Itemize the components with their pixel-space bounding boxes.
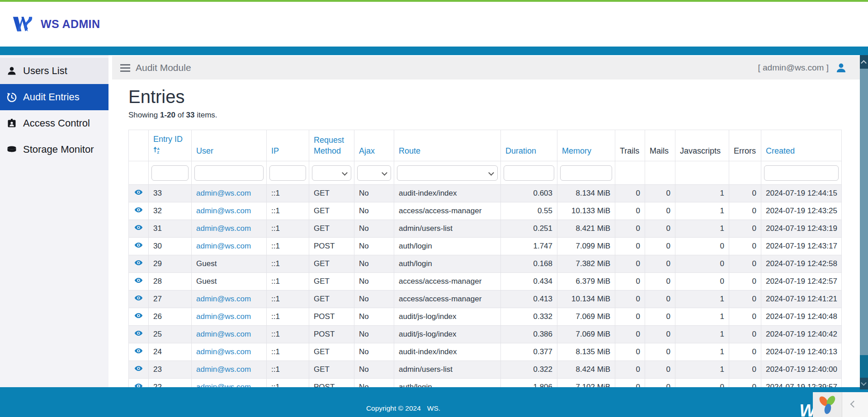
sort-alpha-icon[interactable]: AZ [153,145,187,156]
page-title: Entries [128,87,850,107]
column-header-id[interactable]: Entry IDAZ [149,130,192,161]
row-actions-cell [129,308,149,326]
brand-logo-icon[interactable] [10,14,34,35]
cell-ip: ::1 [267,343,309,361]
filter-cell-ajax [354,161,394,185]
cell-user: admin@ws.com [192,361,267,379]
sidebar-item-access-control[interactable]: Access Control [0,110,108,136]
view-entry-button[interactable] [134,276,143,285]
filter-select-wrap-ajax [357,165,391,181]
column-header-user[interactable]: User [192,130,267,161]
sidebar-item-storage-monitor[interactable]: Storage Monitor [0,136,108,163]
user-account-icon[interactable] [835,62,847,74]
view-entry-button[interactable] [134,258,143,267]
view-entry-button[interactable] [134,206,143,214]
cell-trails: 0 [615,290,645,308]
audit-entries-table: Entry IDAZUserIPRequest MethodAjaxRouteD… [128,130,842,396]
user-email-link[interactable]: admin@ws.com [196,189,251,197]
user-email-link[interactable]: admin@ws.com [196,365,251,374]
user-email-link[interactable]: admin@ws.com [196,224,251,233]
cell-js: 1 [675,361,729,379]
column-header-ip[interactable]: IP [267,130,309,161]
filter-select-wrap-method [312,165,351,181]
cell-method: GET [309,185,354,202]
view-entry-button[interactable] [134,294,143,302]
cell-mails: 0 [645,343,675,361]
user-email-link[interactable]: admin@ws.com [196,330,251,338]
user-email-link[interactable]: admin@ws.com [196,295,251,303]
footer-copyright: Copyright © 2024WS. [0,404,837,412]
cell-js: 0 [675,273,729,290]
cell-created: 2024-07-19 12:40:42 [761,326,842,343]
cell-route: audit-index/index [394,185,501,202]
filter-input-user[interactable] [194,165,264,181]
sidebar-item-label: Storage Monitor [23,144,94,155]
cell-js: 1 [675,308,729,326]
cell-mails: 0 [645,361,675,379]
eye-icon [134,311,143,320]
user-email-link[interactable]: admin@ws.com [196,206,251,215]
cell-errors: 0 [729,202,761,220]
user-icon [6,66,17,76]
cell-errors: 0 [729,290,761,308]
column-header-duration[interactable]: Duration [501,130,557,161]
filter-input-memory[interactable] [560,165,612,181]
cell-duration: 0.377 [501,343,557,361]
filter-input-ip[interactable] [269,165,306,181]
scrollbar-thumb[interactable] [860,69,868,355]
view-entry-button[interactable] [134,223,143,232]
cell-errors: 0 [729,361,761,379]
filter-input-created[interactable] [764,165,839,181]
cell-method: POST [309,326,354,343]
cell-js: 1 [675,326,729,343]
debug-toolbar-logo-icon[interactable] [813,392,842,417]
sidebar-item-label: Audit Entries [23,91,80,103]
cell-method: GET [309,273,354,290]
table-row: 26admin@ws.com::1POSTNoaudit/js-log/inde… [129,308,842,326]
menu-toggle-icon[interactable] [120,64,130,72]
scrollbar-up-button[interactable] [860,55,868,69]
cell-user: admin@ws.com [192,220,267,238]
view-entry-button[interactable] [134,241,143,249]
cell-id: 23 [149,361,192,379]
column-header-method[interactable]: Request Method [309,130,354,161]
footer-brand-link[interactable]: WS. [427,404,440,412]
column-label: Created [766,146,795,155]
column-header-created[interactable]: Created [761,130,842,161]
main-content: Audit Module [ admin@ws.com ] Entries Sh… [108,55,868,417]
view-entry-button[interactable] [134,364,143,373]
view-entry-button[interactable] [134,347,143,355]
sidebar-item-audit-entries[interactable]: Audit Entries [0,84,108,110]
user-email-link[interactable]: admin@ws.com [196,312,251,321]
scrollbar-down-button[interactable] [860,378,868,389]
cell-route: audit/js-log/index [394,308,501,326]
filter-select-method[interactable] [312,165,351,181]
user-email-link[interactable]: admin@ws.com [196,242,251,250]
filter-cell-memory [557,161,615,185]
cell-memory: 10.133 MiB [557,202,615,220]
filter-cell-js [675,161,729,185]
cell-created: 2024-07-19 12:43:17 [761,238,842,255]
filter-input-id[interactable] [151,165,189,181]
filter-cell-created [761,161,842,185]
cell-duration: 0.55 [501,202,557,220]
cell-duration: 0.603 [501,185,557,202]
filter-input-duration[interactable] [504,165,554,181]
column-header-errors: Errors [729,130,761,161]
column-header-ajax[interactable]: Ajax [354,130,394,161]
debug-toolbar-collapse-button[interactable] [842,392,868,417]
table-row: 30admin@ws.com::1POSTNoauth/login1.7477.… [129,238,842,255]
cell-memory: 6.379 MiB [557,273,615,290]
view-entry-button[interactable] [134,188,143,197]
scrollbar-track[interactable] [860,355,868,378]
column-header-memory[interactable]: Memory [557,130,615,161]
view-entry-button[interactable] [134,329,143,337]
view-entry-button[interactable] [134,311,143,320]
filter-select-route[interactable] [397,165,498,181]
column-header-route[interactable]: Route [394,130,501,161]
sidebar-item-users-list[interactable]: Users List [0,58,108,84]
page-scrollbar[interactable] [860,55,868,389]
filter-select-ajax[interactable] [357,165,391,181]
user-email-link[interactable]: admin@ws.com [196,347,251,356]
cell-mails: 0 [645,255,675,273]
